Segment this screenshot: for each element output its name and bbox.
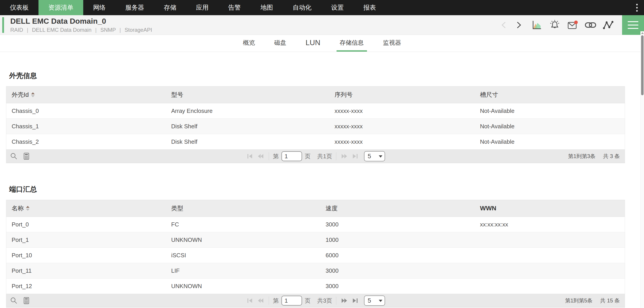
first-page-icon[interactable]	[246, 152, 254, 160]
page-number-input[interactable]	[282, 296, 302, 306]
cell-serial: xxxxx-xxxx	[329, 123, 474, 130]
record-total-label: 共 15 条	[600, 297, 620, 304]
performance-chart-icon[interactable]	[530, 18, 544, 32]
column-label: 外壳Id	[12, 91, 29, 99]
cell-slot-size: Not-Available	[474, 138, 625, 145]
device-header: DELL EMC Data Domain_0 RAID | DELL EMC D…	[0, 15, 644, 35]
divider	[269, 297, 269, 305]
accent-bar	[2, 17, 4, 33]
chevron-left-icon[interactable]	[497, 18, 511, 32]
cell-type: LIF	[166, 267, 320, 274]
breadcrumb-separator: |	[95, 27, 96, 33]
cell-wwn: xx:xx:xx:xx	[474, 221, 625, 228]
last-page-icon[interactable]	[351, 297, 359, 305]
page-label-suffix: 页	[305, 297, 310, 305]
enclosure-table: 外壳Id 型号 序列号 槽尺寸 Chassis_0 Array Enclosur…	[6, 86, 625, 163]
search-icon[interactable]	[10, 152, 18, 161]
pulse-monitor-icon[interactable]	[602, 18, 615, 32]
page-title: DELL EMC Data Domain_0	[10, 17, 152, 25]
cell-speed: 3000	[320, 267, 474, 274]
nav-item-reports[interactable]: 报表	[354, 0, 386, 15]
tab-monitors[interactable]: 监视器	[380, 35, 404, 52]
cell-speed: 1000	[320, 237, 474, 243]
nav-item-servers[interactable]: 服务器	[116, 0, 154, 15]
breadcrumb-part: SNMP	[100, 27, 116, 33]
table-row: Chassis_0 Array Enclosure xxxxx-xxxx Not…	[6, 103, 625, 119]
previous-page-icon[interactable]	[257, 152, 265, 160]
record-range-label: 第1到第5条	[565, 297, 592, 304]
cell-slot-size: Not-Available	[474, 107, 625, 114]
breadcrumb-separator: |	[27, 27, 28, 33]
dependency-loop-icon[interactable]	[584, 18, 598, 32]
device-tabs: 概览 磁盘 LUN 存储信息 监视器	[0, 35, 644, 52]
nav-item-maps[interactable]: 地图	[250, 0, 283, 15]
scrollbar-thumb[interactable]	[641, 35, 644, 95]
page-number-input[interactable]	[282, 151, 302, 161]
breadcrumb-part: StorageAPI	[125, 27, 152, 33]
top-nav: 仪表板 资源清单 网络 服务器 存储 应用 告警 地图 自动化 设置 报表	[0, 0, 644, 15]
nav-item-inventory[interactable]: 资源清单	[38, 0, 83, 15]
nav-item-automation[interactable]: 自动化	[283, 0, 321, 15]
record-range-label: 第1到第3条	[568, 153, 596, 160]
cell-port-name: Port_1	[6, 237, 166, 243]
cell-serial: xxxxx-xxxx	[329, 138, 474, 145]
section-title-enclosure: 外壳信息	[6, 71, 625, 80]
ports-pagination: 第 页 共3页 5 第1到	[6, 294, 625, 307]
divider	[336, 297, 336, 305]
next-page-icon[interactable]	[340, 297, 348, 305]
page-size-select[interactable]: 5	[364, 296, 385, 306]
cell-port-name: Port_10	[6, 252, 166, 259]
breadcrumb: RAID | DELL EMC Data Domain | SNMP | Sto…	[10, 27, 152, 33]
cell-speed: 3000	[320, 221, 474, 228]
sort-icon	[31, 92, 35, 97]
chevron-right-icon[interactable]	[512, 18, 526, 32]
nav-item-dashboard[interactable]: 仪表板	[0, 0, 38, 15]
column-header-model: 型号	[166, 91, 329, 99]
nav-item-settings[interactable]: 设置	[321, 0, 354, 15]
page-label-prefix: 第	[273, 297, 279, 305]
total-pages-label: 共1页	[317, 152, 332, 160]
page-size-select[interactable]: 5	[364, 151, 385, 161]
cell-chassis-id: Chassis_0	[6, 107, 166, 114]
table-row: Port_1 UNKNOWN 1000	[6, 232, 625, 248]
cell-chassis-id: Chassis_2	[6, 138, 166, 145]
tab-overview[interactable]: 概览	[240, 35, 258, 52]
nav-item-storage[interactable]: 存储	[154, 0, 186, 15]
cell-type: FC	[166, 221, 320, 228]
table-row: Port_12 UNKNOWN 3000	[6, 279, 625, 294]
table-row: Port_11 LIF 3000	[6, 263, 625, 279]
breadcrumb-part: DELL EMC Data Domain	[32, 27, 92, 33]
last-page-icon[interactable]	[351, 152, 359, 160]
cell-port-name: Port_11	[6, 267, 166, 274]
cell-port-name: Port_12	[6, 283, 166, 290]
first-page-icon[interactable]	[246, 297, 254, 305]
alarm-bell-icon[interactable]	[548, 18, 562, 32]
table-row: Chassis_1 Disk Shelf xxxxx-xxxx Not-Avai…	[6, 119, 625, 134]
mail-notification-icon[interactable]	[566, 18, 580, 32]
nav-item-applications[interactable]: 应用	[186, 0, 218, 15]
column-label: 名称	[12, 204, 24, 212]
sort-icon	[26, 206, 30, 211]
scroll-up-icon[interactable]	[641, 32, 644, 34]
cell-type: UNKNOWN	[166, 237, 320, 243]
previous-page-icon[interactable]	[257, 297, 265, 305]
column-header-name[interactable]: 名称	[6, 204, 166, 212]
next-page-icon[interactable]	[340, 152, 348, 160]
nav-item-alarms[interactable]: 告警	[218, 0, 250, 15]
tab-storage-info[interactable]: 存储信息	[336, 35, 367, 52]
page-label-suffix: 页	[305, 152, 310, 160]
table-row: Port_10 iSCSI 6000	[6, 248, 625, 263]
app-screen: 仪表板 资源清单 网络 服务器 存储 应用 告警 地图 自动化 设置 报表 DE…	[0, 0, 644, 308]
more-menu-icon[interactable]	[634, 0, 640, 15]
cell-model: Disk Shelf	[166, 138, 329, 145]
column-header-chassis-id[interactable]: 外壳Id	[6, 91, 166, 99]
cell-model: Array Enclosure	[166, 107, 329, 114]
nav-item-network[interactable]: 网络	[83, 0, 116, 15]
column-grid-icon[interactable]	[22, 152, 31, 161]
cell-serial: xxxxx-xxxx	[329, 107, 474, 114]
tab-lun[interactable]: LUN	[302, 35, 323, 52]
search-icon[interactable]	[10, 296, 18, 305]
tab-disks[interactable]: 磁盘	[271, 35, 289, 52]
column-grid-icon[interactable]	[22, 296, 31, 305]
cell-chassis-id: Chassis_1	[6, 123, 166, 130]
